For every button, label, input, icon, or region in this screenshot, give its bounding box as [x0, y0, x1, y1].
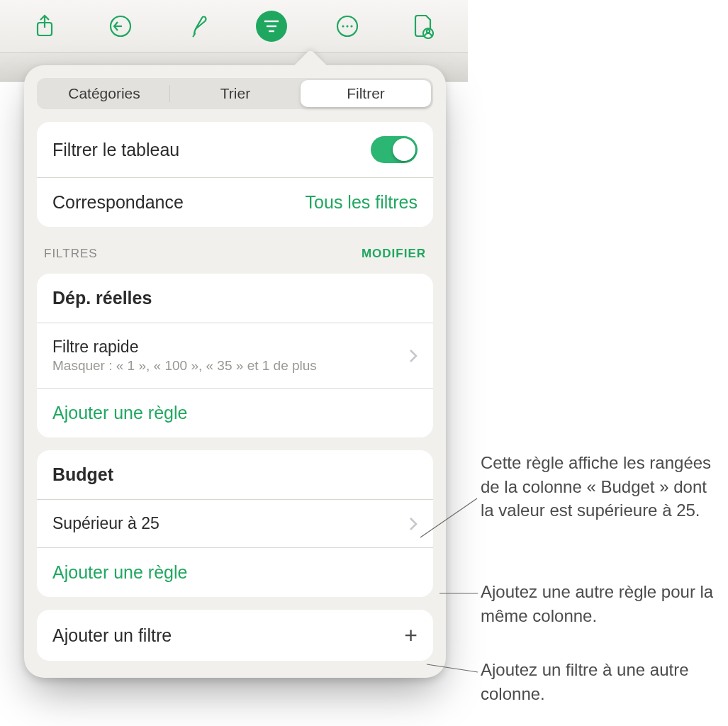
callout-add-rule: Ajoutez une autre règle pour la même col… [481, 580, 715, 627]
filter-group-dep-reelles: Dép. réelles Filtre rapide Masquer : « 1… [37, 274, 433, 437]
callout-add-filter: Ajoutez un filtre à une autre colonne. [481, 658, 693, 705]
tab-sort-label: Trier [220, 85, 250, 102]
group2-add-rule[interactable]: Ajouter une règle [37, 547, 433, 597]
tab-categories-label: Catégories [68, 85, 140, 102]
filter-table-label: Filtrer le tableau [52, 140, 179, 160]
share-icon[interactable] [29, 11, 60, 42]
filter-settings-card: Filtrer le tableau Correspondance Tous l… [37, 122, 433, 227]
tab-categories[interactable]: Catégories [39, 80, 169, 107]
add-filter-card: Ajouter un filtre + [37, 610, 433, 661]
group2-heading-row: Budget [37, 450, 433, 499]
tab-sort[interactable]: Trier [170, 80, 301, 107]
callout-leader-2 [439, 593, 482, 594]
match-label: Correspondance [52, 192, 184, 213]
group1-rule-row[interactable]: Filtre rapide Masquer : « 1 », « 100 », … [37, 323, 433, 388]
segmented-control: Catégories Trier Filtrer [37, 78, 433, 109]
group1-add-rule[interactable]: Ajouter une règle [37, 388, 433, 437]
group1-title: Dép. réelles [52, 288, 152, 308]
tab-filter-label: Filtrer [347, 85, 385, 102]
svg-point-8 [350, 25, 352, 27]
filter-table-row: Filtrer le tableau [37, 122, 433, 177]
modify-button[interactable]: modifier [362, 247, 426, 261]
group2-rule-title: Supérieur à 25 [52, 514, 159, 533]
toolbar [0, 0, 468, 53]
callout-rule-description: Cette règle affiche les rangées de la co… [481, 451, 722, 523]
chevron-right-icon [409, 517, 418, 531]
more-icon[interactable] [332, 11, 363, 42]
svg-point-7 [346, 25, 348, 27]
tab-filter[interactable]: Filtrer [301, 80, 431, 107]
undo-icon[interactable] [105, 11, 136, 42]
callout-leader-3 [427, 664, 482, 665]
match-value: Tous les filtres [306, 192, 418, 213]
add-filter-row[interactable]: Ajouter un filtre + [37, 610, 433, 661]
group2-add-rule-label: Ajouter une règle [52, 562, 187, 583]
group2-title: Budget [52, 464, 113, 485]
filters-section-header: filtres modifier [44, 247, 426, 261]
group1-heading-row: Dép. réelles [37, 274, 433, 323]
group1-add-rule-label: Ajouter une règle [52, 403, 187, 423]
filters-section-label: filtres [44, 247, 98, 261]
collaborate-icon[interactable] [408, 11, 439, 42]
organize-popover: Catégories Trier Filtrer Filtrer le tabl… [24, 65, 446, 678]
group2-rule-row[interactable]: Supérieur à 25 [37, 499, 433, 547]
add-filter-label: Ajouter un filtre [52, 625, 172, 646]
match-row[interactable]: Correspondance Tous les filtres [37, 177, 433, 227]
filter-group-budget: Budget Supérieur à 25 Ajouter une règle [37, 450, 433, 597]
svg-point-6 [342, 25, 344, 27]
format-brush-icon[interactable] [181, 11, 212, 42]
filter-table-toggle[interactable] [371, 136, 418, 163]
plus-icon: + [404, 624, 418, 647]
chevron-right-icon [409, 349, 418, 363]
group1-rule-title: Filtre rapide [52, 337, 409, 357]
callout-leader-1 [420, 537, 484, 538]
organize-icon[interactable] [256, 11, 287, 42]
group1-rule-sub: Masquer : « 1 », « 100 », « 35 » et 1 de… [52, 358, 409, 374]
